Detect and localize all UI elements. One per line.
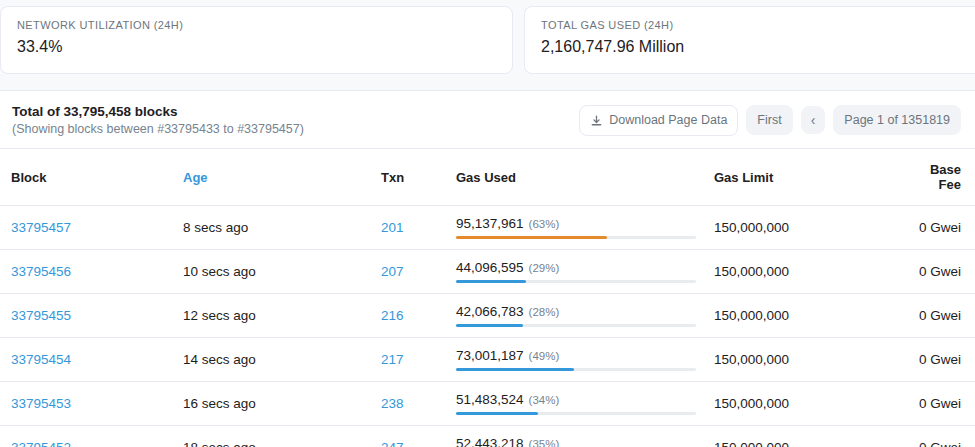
table-row: 3379545414 secs ago21773,001,187(49%)150… <box>0 338 975 382</box>
gas-limit-value: 150,000,000 <box>714 352 789 367</box>
download-button-label: Download Page Data <box>609 114 727 127</box>
gas-used-value: 51,483,524 <box>456 392 524 407</box>
gas-used-bar-fill <box>456 236 607 239</box>
total-gas-used-value: 2,160,747.96 Million <box>541 38 959 56</box>
gas-used-bar <box>456 368 696 371</box>
network-utilization-value: 33.4% <box>17 38 496 56</box>
block-link[interactable]: 33795457 <box>11 220 71 235</box>
column-header-age[interactable]: Age <box>175 149 373 206</box>
column-header-gas-used: Gas Used <box>448 149 706 206</box>
gas-used-bar-fill <box>456 324 523 327</box>
base-fee-value: 0 Gwei <box>919 220 961 235</box>
age-value: 14 secs ago <box>183 352 256 367</box>
gas-used-percent: (28%) <box>529 306 560 318</box>
gas-used-percent: (34%) <box>529 394 560 406</box>
gas-used-bar <box>456 236 696 239</box>
gas-used-value: 73,001,187 <box>456 348 524 363</box>
base-fee-value: 0 Gwei <box>919 308 961 323</box>
total-blocks-text: Total of 33,795,458 blocks <box>12 104 304 119</box>
download-page-data-button[interactable]: Download Page Data <box>579 105 738 136</box>
block-link[interactable]: 33795453 <box>11 396 71 411</box>
block-link[interactable]: 33795454 <box>11 352 71 367</box>
column-header-base-fee: Base Fee <box>896 149 975 206</box>
txn-count-link[interactable]: 207 <box>381 264 404 279</box>
age-value: 18 secs ago <box>183 440 256 447</box>
age-value: 12 secs ago <box>183 308 256 323</box>
table-row: 3379545316 secs ago23851,483,524(34%)150… <box>0 382 975 426</box>
gas-used-bar <box>456 280 696 283</box>
txn-count-link[interactable]: 216 <box>381 308 404 323</box>
gas-limit-value: 150,000,000 <box>714 308 789 323</box>
network-utilization-label: NETWORK UTILIZATION (24H) <box>17 19 496 31</box>
gas-used-percent: (49%) <box>529 350 560 362</box>
txn-count-link[interactable]: 238 <box>381 396 404 411</box>
chevron-left-icon: ‹ <box>811 115 816 125</box>
table-row: 3379545610 secs ago20744,096,595(29%)150… <box>0 250 975 294</box>
gas-used-value: 44,096,595 <box>456 260 524 275</box>
column-header-gas-limit: Gas Limit <box>706 149 896 206</box>
gas-used-bar <box>456 324 696 327</box>
gas-used-value: 52,443,218 <box>456 436 524 447</box>
base-fee-value: 0 Gwei <box>919 440 961 447</box>
txn-count-link[interactable]: 247 <box>381 440 404 447</box>
gas-used-bar <box>456 412 696 415</box>
table-row: 337954578 secs ago20195,137,961(63%)150,… <box>0 206 975 250</box>
blocks-tbody: 337954578 secs ago20195,137,961(63%)150,… <box>0 206 975 447</box>
pagination-prev-button[interactable]: ‹ <box>801 106 826 134</box>
block-link[interactable]: 33795452 <box>11 440 71 447</box>
stats-row: NETWORK UTILIZATION (24H) 33.4% TOTAL GA… <box>0 0 975 74</box>
header-actions: Download Page Data First ‹ Page 1 of 135… <box>579 105 961 136</box>
gas-used-bar-fill <box>456 280 526 283</box>
blocks-table-card: Total of 33,795,458 blocks (Showing bloc… <box>0 90 975 447</box>
gas-used-percent: (63%) <box>529 218 560 230</box>
base-fee-value: 0 Gwei <box>919 396 961 411</box>
block-link[interactable]: 33795456 <box>11 264 71 279</box>
total-gas-used-card: TOTAL GAS USED (24H) 2,160,747.96 Millio… <box>524 6 975 74</box>
base-fee-value: 0 Gwei <box>919 264 961 279</box>
table-row: 3379545218 secs ago24752,443,218(35%)150… <box>0 426 975 447</box>
age-value: 10 secs ago <box>183 264 256 279</box>
gas-used-value: 95,137,961 <box>456 216 524 231</box>
block-link[interactable]: 33795455 <box>11 308 71 323</box>
list-header-text: Total of 33,795,458 blocks (Showing bloc… <box>12 104 304 136</box>
gas-used-value: 42,066,783 <box>456 304 524 319</box>
gas-limit-value: 150,000,000 <box>714 264 789 279</box>
showing-blocks-text: (Showing blocks between #33795433 to #33… <box>12 122 304 136</box>
blocks-table: Block Age Txn Gas Used Gas Limit Base Fe… <box>0 148 975 447</box>
base-fee-value: 0 Gwei <box>919 352 961 367</box>
gas-limit-value: 150,000,000 <box>714 440 789 447</box>
gas-used-percent: (29%) <box>529 262 560 274</box>
pagination-page-indicator[interactable]: Page 1 of 1351819 <box>833 105 961 136</box>
gas-limit-value: 150,000,000 <box>714 396 789 411</box>
gas-used-percent: (35%) <box>529 438 560 447</box>
list-header: Total of 33,795,458 blocks (Showing bloc… <box>0 91 975 148</box>
download-icon <box>590 114 603 127</box>
column-header-txn: Txn <box>373 149 448 206</box>
txn-count-link[interactable]: 217 <box>381 352 404 367</box>
total-gas-used-label: TOTAL GAS USED (24H) <box>541 19 959 31</box>
txn-count-link[interactable]: 201 <box>381 220 404 235</box>
table-head: Block Age Txn Gas Used Gas Limit Base Fe… <box>0 149 975 206</box>
age-value: 8 secs ago <box>183 220 248 235</box>
table-row: 3379545512 secs ago21642,066,783(28%)150… <box>0 294 975 338</box>
network-utilization-card: NETWORK UTILIZATION (24H) 33.4% <box>0 6 513 74</box>
gas-used-bar-fill <box>456 412 538 415</box>
gas-used-bar-fill <box>456 368 574 371</box>
age-value: 16 secs ago <box>183 396 256 411</box>
column-header-block: Block <box>0 149 175 206</box>
gas-limit-value: 150,000,000 <box>714 220 789 235</box>
pagination-first-button[interactable]: First <box>746 105 792 136</box>
